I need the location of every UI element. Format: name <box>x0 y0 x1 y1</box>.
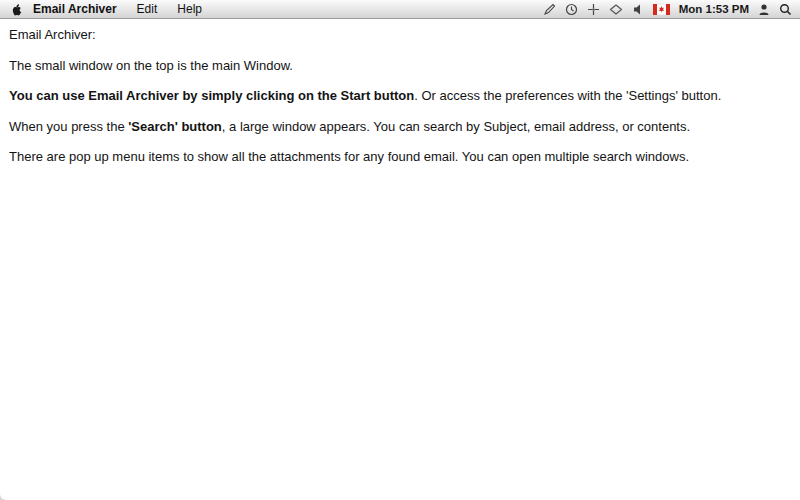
menu-help[interactable]: Help <box>167 2 212 16</box>
menu-edit[interactable]: Edit <box>127 2 168 16</box>
menu-app[interactable]: Email Archiver <box>31 2 127 16</box>
paragraph: Email Archiver: <box>9 27 791 43</box>
diamond-icon[interactable] <box>609 3 623 16</box>
paragraph: You can use Email Archiver by simply cli… <box>9 88 791 104</box>
menu-bar: Email Archiver Edit Help Mon 1:53 PM <box>0 0 800 19</box>
spotlight-icon[interactable] <box>779 3 792 16</box>
user-icon[interactable] <box>758 3 770 16</box>
pencil-icon[interactable] <box>543 3 556 16</box>
time-machine-icon[interactable] <box>565 3 578 16</box>
volume-icon[interactable] <box>632 3 644 16</box>
quicklook-window: ✕ + Email Archiver.rtf Open with TextEdi… <box>0 0 224 345</box>
paragraph: The small window on the top is the main … <box>9 58 791 74</box>
paragraph: When you press the 'Search' button, a la… <box>9 119 791 135</box>
paragraph: There are pop up menu items to show all … <box>9 149 791 165</box>
menubar-clock[interactable]: Mon 1:53 PM <box>679 3 749 15</box>
apple-menu-icon[interactable] <box>0 3 31 16</box>
canada-flag-icon[interactable] <box>653 4 670 15</box>
document-text: Email Archiver:The small window on the t… <box>0 18 800 500</box>
crosshair-icon[interactable] <box>587 3 600 16</box>
